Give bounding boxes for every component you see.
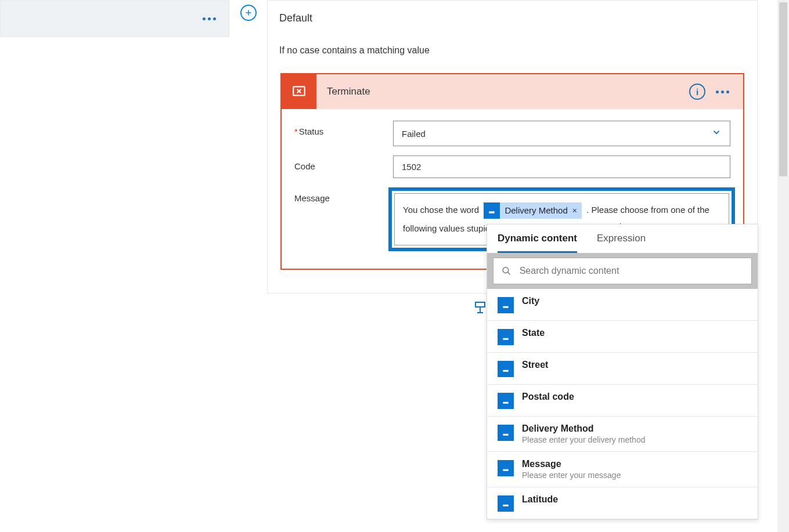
message-label: Message: [294, 187, 393, 203]
dc-item-name: City: [522, 296, 539, 306]
dynamic-content-search[interactable]: [493, 258, 752, 284]
dynamic-content-item[interactable]: Street: [487, 353, 758, 385]
svg-rect-5: [475, 302, 485, 307]
action-title: Terminate: [316, 86, 689, 97]
code-input[interactable]: 1502: [393, 155, 730, 178]
dynamic-content-token[interactable]: Delivery Method ×: [484, 202, 582, 219]
vertical-scrollbar[interactable]: [777, 0, 789, 532]
tab-dynamic-content[interactable]: Dynamic content: [498, 233, 577, 253]
status-value: Failed: [402, 129, 426, 139]
dynamic-content-list: CityStateStreetPostal codeDelivery Metho…: [487, 289, 758, 519]
action-more-icon[interactable]: [716, 91, 729, 93]
dc-item-desc: Please enter your delivery method: [522, 435, 645, 444]
status-label: *Status: [294, 121, 393, 136]
trigger-icon: [498, 495, 514, 512]
terminate-icon: [282, 74, 316, 109]
dc-item-name: Message: [522, 459, 621, 469]
token-remove-icon[interactable]: ×: [572, 201, 582, 220]
info-icon[interactable]: i: [689, 84, 705, 100]
svg-point-8: [503, 267, 509, 273]
trigger-icon: [498, 361, 514, 377]
case-title: Default: [268, 1, 757, 28]
trigger-icon: [484, 202, 500, 219]
status-select[interactable]: Failed: [393, 121, 730, 146]
search-input[interactable]: [520, 266, 743, 276]
dynamic-content-item[interactable]: Postal code: [487, 385, 758, 417]
dynamic-content-item[interactable]: City: [487, 289, 758, 321]
previous-step-card[interactable]: [0, 0, 229, 37]
add-step-button[interactable]: [472, 299, 488, 316]
token-label: Delivery Method: [500, 201, 572, 220]
trigger-icon: [498, 329, 514, 345]
search-icon: [502, 266, 511, 276]
dynamic-content-item[interactable]: State: [487, 321, 758, 353]
svg-line-9: [507, 272, 510, 274]
case-description: If no case contains a matching value: [268, 28, 757, 67]
trigger-icon: [498, 393, 514, 409]
trigger-icon: [498, 425, 514, 441]
code-label: Code: [294, 155, 393, 171]
more-icon[interactable]: [203, 17, 216, 20]
dc-item-name: State: [522, 328, 545, 338]
trigger-icon: [498, 297, 514, 313]
dynamic-content-item[interactable]: Delivery MethodPlease enter your deliver…: [487, 417, 758, 452]
message-text-before: You chose the word: [403, 205, 481, 215]
trigger-icon: [498, 460, 514, 476]
chevron-down-icon: [711, 127, 722, 140]
code-value: 1502: [402, 162, 421, 172]
dynamic-content-panel: Dynamic content Expression CityStateStre…: [487, 224, 758, 520]
tab-expression[interactable]: Expression: [597, 233, 646, 253]
dc-item-desc: Please enter your message: [522, 471, 621, 480]
scrollbar-thumb[interactable]: [779, 2, 787, 176]
dc-item-name: Street: [522, 360, 548, 370]
insert-step-button[interactable]: [240, 5, 257, 21]
action-header[interactable]: Terminate i: [282, 74, 743, 109]
dc-item-name: Latitude: [522, 494, 558, 505]
dynamic-content-item[interactable]: MessagePlease enter your message: [487, 452, 758, 487]
dc-item-name: Delivery Method: [522, 424, 645, 434]
dynamic-content-item[interactable]: Latitude: [487, 487, 758, 519]
dc-item-name: Postal code: [522, 392, 574, 402]
